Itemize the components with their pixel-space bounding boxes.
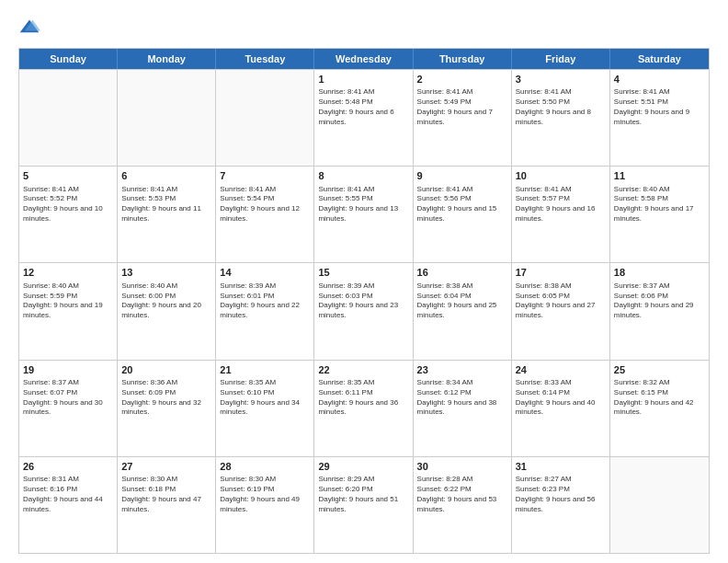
day-number: 25: [614, 363, 705, 376]
calendar: SundayMondayTuesdayWednesdayThursdayFrid…: [18, 48, 710, 554]
logo-icon: [18, 17, 40, 39]
cal-header-sunday: Sunday: [19, 49, 118, 69]
cal-header-monday: Monday: [118, 49, 216, 69]
cell-info: Sunrise: 8:28 AM Sunset: 6:22 PM Dayligh…: [417, 475, 507, 514]
cal-cell: 11Sunrise: 8:40 AM Sunset: 5:58 PM Dayli…: [610, 167, 709, 262]
day-number: 29: [318, 460, 408, 473]
cal-cell: 24Sunrise: 8:33 AM Sunset: 6:14 PM Dayli…: [512, 361, 610, 456]
cal-cell: [216, 70, 314, 166]
cal-cell: 15Sunrise: 8:39 AM Sunset: 6:03 PM Dayli…: [314, 263, 413, 359]
day-number: 10: [516, 169, 606, 182]
cal-cell: 30Sunrise: 8:28 AM Sunset: 6:22 PM Dayli…: [414, 457, 512, 553]
day-number: 31: [516, 460, 606, 473]
day-number: 20: [121, 363, 211, 376]
cal-cell: 23Sunrise: 8:34 AM Sunset: 6:12 PM Dayli…: [414, 361, 512, 456]
day-number: 1: [318, 73, 408, 86]
day-number: 3: [516, 73, 606, 86]
cell-info: Sunrise: 8:33 AM Sunset: 6:14 PM Dayligh…: [516, 378, 606, 418]
logo: [18, 17, 44, 39]
cal-cell: 25Sunrise: 8:32 AM Sunset: 6:15 PM Dayli…: [610, 361, 709, 456]
cell-info: Sunrise: 8:41 AM Sunset: 5:54 PM Dayligh…: [220, 185, 310, 224]
cal-week-2: 5Sunrise: 8:41 AM Sunset: 5:52 PM Daylig…: [19, 166, 709, 262]
cal-header-thursday: Thursday: [414, 49, 512, 69]
cal-header-tuesday: Tuesday: [216, 49, 314, 69]
cell-info: Sunrise: 8:41 AM Sunset: 5:52 PM Dayligh…: [23, 185, 113, 224]
day-number: 6: [121, 169, 211, 182]
cal-cell: 4Sunrise: 8:41 AM Sunset: 5:51 PM Daylig…: [610, 70, 709, 166]
cal-cell: 8Sunrise: 8:41 AM Sunset: 5:55 PM Daylig…: [314, 167, 413, 262]
cal-cell: 12Sunrise: 8:40 AM Sunset: 5:59 PM Dayli…: [19, 263, 118, 359]
cell-info: Sunrise: 8:41 AM Sunset: 5:57 PM Dayligh…: [516, 185, 606, 224]
day-number: 2: [417, 73, 507, 86]
cal-cell: 27Sunrise: 8:30 AM Sunset: 6:18 PM Dayli…: [118, 457, 216, 553]
day-number: 23: [417, 363, 507, 376]
cal-cell: [610, 457, 709, 553]
cell-info: Sunrise: 8:30 AM Sunset: 6:19 PM Dayligh…: [220, 475, 310, 514]
cal-cell: 5Sunrise: 8:41 AM Sunset: 5:52 PM Daylig…: [19, 167, 118, 262]
day-number: 28: [220, 460, 310, 473]
cell-info: Sunrise: 8:39 AM Sunset: 6:01 PM Dayligh…: [220, 282, 310, 321]
day-number: 12: [23, 266, 113, 279]
cell-info: Sunrise: 8:35 AM Sunset: 6:11 PM Dayligh…: [318, 378, 408, 418]
cell-info: Sunrise: 8:32 AM Sunset: 6:15 PM Dayligh…: [614, 378, 705, 418]
cal-cell: [118, 70, 216, 166]
page: SundayMondayTuesdayWednesdayThursdayFrid…: [0, 0, 728, 563]
day-number: 13: [121, 266, 211, 279]
cal-cell: [19, 70, 118, 166]
cal-cell: 6Sunrise: 8:41 AM Sunset: 5:53 PM Daylig…: [118, 167, 216, 262]
cal-cell: 31Sunrise: 8:27 AM Sunset: 6:23 PM Dayli…: [512, 457, 610, 553]
cal-week-4: 19Sunrise: 8:37 AM Sunset: 6:07 PM Dayli…: [19, 360, 709, 456]
cell-info: Sunrise: 8:41 AM Sunset: 5:49 PM Dayligh…: [417, 87, 507, 127]
day-number: 26: [23, 460, 113, 473]
day-number: 16: [417, 266, 507, 279]
cal-cell: 18Sunrise: 8:37 AM Sunset: 6:06 PM Dayli…: [610, 263, 709, 359]
day-number: 9: [417, 169, 507, 182]
cal-cell: 9Sunrise: 8:41 AM Sunset: 5:56 PM Daylig…: [414, 167, 512, 262]
day-number: 19: [23, 363, 113, 376]
cell-info: Sunrise: 8:41 AM Sunset: 5:48 PM Dayligh…: [318, 87, 408, 127]
cell-info: Sunrise: 8:29 AM Sunset: 6:20 PM Dayligh…: [318, 475, 408, 514]
cal-cell: 13Sunrise: 8:40 AM Sunset: 6:00 PM Dayli…: [118, 263, 216, 359]
day-number: 24: [516, 363, 606, 376]
day-number: 15: [318, 266, 408, 279]
day-number: 4: [614, 73, 705, 86]
cell-info: Sunrise: 8:38 AM Sunset: 6:04 PM Dayligh…: [417, 282, 507, 321]
cal-cell: 22Sunrise: 8:35 AM Sunset: 6:11 PM Dayli…: [314, 361, 413, 456]
cal-header-wednesday: Wednesday: [314, 49, 413, 69]
cell-info: Sunrise: 8:40 AM Sunset: 5:59 PM Dayligh…: [23, 282, 113, 321]
calendar-header: SundayMondayTuesdayWednesdayThursdayFrid…: [19, 49, 709, 69]
cal-header-saturday: Saturday: [610, 49, 709, 69]
cal-cell: 21Sunrise: 8:35 AM Sunset: 6:10 PM Dayli…: [216, 361, 314, 456]
cal-cell: 28Sunrise: 8:30 AM Sunset: 6:19 PM Dayli…: [216, 457, 314, 553]
cal-cell: 1Sunrise: 8:41 AM Sunset: 5:48 PM Daylig…: [314, 70, 413, 166]
cell-info: Sunrise: 8:27 AM Sunset: 6:23 PM Dayligh…: [516, 475, 606, 514]
day-number: 5: [23, 169, 113, 182]
cell-info: Sunrise: 8:30 AM Sunset: 6:18 PM Dayligh…: [121, 475, 211, 514]
cal-cell: 2Sunrise: 8:41 AM Sunset: 5:49 PM Daylig…: [414, 70, 512, 166]
cal-cell: 14Sunrise: 8:39 AM Sunset: 6:01 PM Dayli…: [216, 263, 314, 359]
cell-info: Sunrise: 8:37 AM Sunset: 6:06 PM Dayligh…: [614, 282, 705, 321]
day-number: 14: [220, 266, 310, 279]
cell-info: Sunrise: 8:41 AM Sunset: 5:50 PM Dayligh…: [516, 87, 606, 127]
day-number: 18: [614, 266, 705, 279]
cal-week-5: 26Sunrise: 8:31 AM Sunset: 6:16 PM Dayli…: [19, 456, 709, 553]
day-number: 22: [318, 363, 408, 376]
day-number: 7: [220, 169, 310, 182]
cell-info: Sunrise: 8:34 AM Sunset: 6:12 PM Dayligh…: [417, 378, 507, 418]
cal-cell: 10Sunrise: 8:41 AM Sunset: 5:57 PM Dayli…: [512, 167, 610, 262]
cal-cell: 16Sunrise: 8:38 AM Sunset: 6:04 PM Dayli…: [414, 263, 512, 359]
cal-week-3: 12Sunrise: 8:40 AM Sunset: 5:59 PM Dayli…: [19, 262, 709, 359]
cal-cell: 3Sunrise: 8:41 AM Sunset: 5:50 PM Daylig…: [512, 70, 610, 166]
day-number: 30: [417, 460, 507, 473]
day-number: 17: [516, 266, 606, 279]
cal-cell: 29Sunrise: 8:29 AM Sunset: 6:20 PM Dayli…: [314, 457, 413, 553]
cell-info: Sunrise: 8:37 AM Sunset: 6:07 PM Dayligh…: [23, 378, 113, 418]
cell-info: Sunrise: 8:40 AM Sunset: 6:00 PM Dayligh…: [121, 282, 211, 321]
cell-info: Sunrise: 8:36 AM Sunset: 6:09 PM Dayligh…: [121, 378, 211, 418]
cell-info: Sunrise: 8:38 AM Sunset: 6:05 PM Dayligh…: [516, 282, 606, 321]
cal-week-1: 1Sunrise: 8:41 AM Sunset: 5:48 PM Daylig…: [19, 69, 709, 166]
cell-info: Sunrise: 8:41 AM Sunset: 5:51 PM Dayligh…: [614, 87, 705, 127]
cal-cell: 20Sunrise: 8:36 AM Sunset: 6:09 PM Dayli…: [118, 361, 216, 456]
calendar-body: 1Sunrise: 8:41 AM Sunset: 5:48 PM Daylig…: [19, 69, 709, 553]
day-number: 21: [220, 363, 310, 376]
